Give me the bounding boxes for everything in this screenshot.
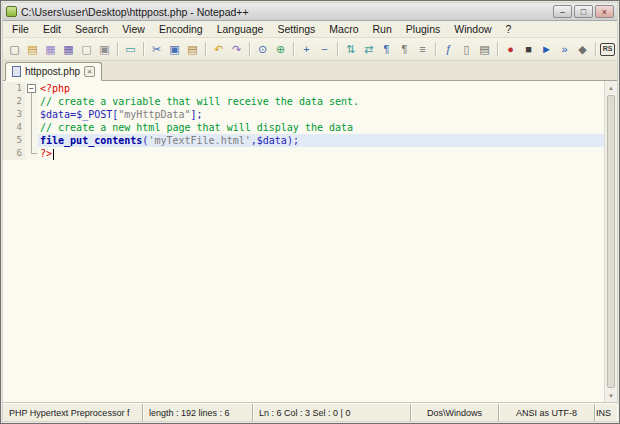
cut-icon[interactable]: ✂ — [148, 41, 165, 58]
show-all-characters-icon[interactable]: ¶ — [396, 41, 413, 58]
token-var: $data — [40, 109, 70, 120]
document-list-icon[interactable]: ▤ — [476, 41, 493, 58]
show-indent-guide-icon[interactable]: ≡ — [414, 41, 431, 58]
notepadpp-window: C:\Users\user\Desktop\httppost.php - Not… — [0, 0, 620, 424]
token-var: $data — [257, 135, 287, 146]
document-map-icon[interactable]: ▯ — [458, 41, 475, 58]
token-func: file_put_contents — [40, 135, 142, 146]
code-text[interactable]: ?> — [38, 147, 604, 160]
line-number[interactable]: 3 — [3, 108, 25, 121]
fold-margin — [25, 108, 38, 121]
tab-label: httppost.php — [25, 66, 80, 77]
save-all-icon[interactable]: ▦ — [60, 41, 77, 58]
paste-icon[interactable]: ▤ — [184, 41, 201, 58]
tab-close-icon[interactable]: × — [84, 66, 95, 77]
token-op: ); — [287, 135, 299, 146]
token-string: 'myTextFile.html' — [148, 135, 250, 146]
toolbar-separator — [337, 42, 338, 56]
scroll-down-icon[interactable]: ▼ — [605, 389, 617, 402]
line-number[interactable]: 4 — [3, 121, 25, 134]
scrollbar-thumb[interactable] — [607, 95, 615, 388]
sync-vertical-scroll-icon[interactable]: ⇅ — [342, 41, 359, 58]
macro-play-icon[interactable]: ► — [538, 41, 555, 58]
status-insert-mode[interactable]: INS — [595, 404, 617, 421]
undo-icon[interactable]: ↶ — [210, 41, 227, 58]
editor-line-2[interactable]: 2// create a variable that will receive … — [3, 95, 604, 108]
menu-encoding[interactable]: Encoding — [152, 22, 210, 36]
status-length-lines: length : 192 lines : 6 — [143, 404, 253, 421]
toolbar-separator — [249, 42, 250, 56]
code-text[interactable]: // create a variable that will receive t… — [38, 95, 604, 108]
editor-line-4[interactable]: 4// create a new html page that will dis… — [3, 121, 604, 134]
line-number[interactable]: 1 — [3, 82, 25, 95]
tab-document-icon — [12, 66, 21, 77]
replace-icon[interactable]: ⊕ — [272, 41, 289, 58]
menu-file[interactable]: File — [5, 22, 36, 36]
menu-window[interactable]: Window — [447, 22, 498, 36]
menu-macro[interactable]: Macro — [322, 22, 365, 36]
status-eol-format[interactable]: Dos\Windows — [411, 404, 499, 421]
macro-save-icon[interactable]: ◆ — [574, 41, 591, 58]
scroll-up-icon[interactable]: ▲ — [605, 81, 617, 94]
open-folder-icon[interactable]: ▤ — [24, 41, 41, 58]
menu-view[interactable]: View — [115, 22, 152, 36]
function-list-icon[interactable]: ƒ — [440, 41, 457, 58]
menu-plugins[interactable]: Plugins — [399, 22, 447, 36]
code-text[interactable]: $data=$_POST["myHttpData"]; — [38, 108, 604, 121]
token-phptag: <?php — [40, 83, 70, 94]
editor-area[interactable]: 1−<?php2// create a variable that will r… — [3, 81, 617, 403]
title-bar[interactable]: C:\Users\user\Desktop\httppost.php - Not… — [3, 3, 617, 21]
fold-margin — [25, 147, 38, 160]
token-op: ]; — [191, 109, 203, 120]
menu-settings[interactable]: Settings — [270, 22, 322, 36]
editor-line-6[interactable]: 6?> — [3, 147, 604, 160]
macro-stop-icon[interactable]: ■ — [520, 41, 537, 58]
plugin-rs-icon[interactable]: RS — [600, 43, 615, 56]
token-string: "myHttpData" — [118, 109, 190, 120]
find-icon[interactable]: ⊙ — [254, 41, 271, 58]
menu-run[interactable]: Run — [366, 22, 399, 36]
fold-margin — [25, 95, 38, 108]
print-icon[interactable]: ▭ — [122, 41, 139, 58]
zoom-out-icon[interactable]: − — [316, 41, 333, 58]
macro-run-multiple-icon[interactable]: » — [556, 41, 573, 58]
status-encoding[interactable]: ANSI as UTF-8 — [499, 404, 595, 421]
token-phptag: ?> — [40, 148, 52, 159]
fold-collapse-icon[interactable]: − — [25, 82, 38, 95]
new-file-icon[interactable]: ▢ — [6, 41, 23, 58]
copy-icon[interactable]: ▣ — [166, 41, 183, 58]
close-button[interactable]: × — [595, 5, 614, 18]
menu-bar: FileEditSearchViewEncodingLanguageSettin… — [3, 21, 617, 38]
vertical-scrollbar[interactable]: ▲ ▼ — [604, 81, 617, 402]
editor-line-1[interactable]: 1−<?php — [3, 82, 604, 95]
editor-line-5[interactable]: 5file_put_contents('myTextFile.html',$da… — [3, 134, 604, 147]
line-number[interactable]: 6 — [3, 147, 25, 160]
line-number[interactable]: 2 — [3, 95, 25, 108]
toolbar-separator — [143, 42, 144, 56]
code-text[interactable]: <?php — [38, 82, 604, 95]
editor-line-3[interactable]: 3$data=$_POST["myHttpData"]; — [3, 108, 604, 121]
tab-httppost-php[interactable]: httppost.php × — [5, 62, 102, 81]
line-number[interactable]: 5 — [3, 134, 25, 147]
menu-edit[interactable]: Edit — [36, 22, 68, 36]
code-text[interactable]: // create a new html page that will disp… — [38, 121, 604, 134]
toolbar-separator — [435, 42, 436, 56]
editor-text-area[interactable]: 1−<?php2// create a variable that will r… — [3, 81, 604, 402]
redo-icon[interactable]: ↷ — [228, 41, 245, 58]
toolbar: ▢▤▦▦▢▣▭✂▣▤↶↷⊙⊕+−⇅⇄¶¶≡ƒ▯▤●■►»◆RS▣ — [3, 38, 617, 61]
save-icon[interactable]: ▦ — [42, 41, 59, 58]
close-all-files-icon[interactable]: ▣ — [96, 41, 113, 58]
menu-language[interactable]: Language — [210, 22, 271, 36]
zoom-in-icon[interactable]: + — [298, 41, 315, 58]
macro-record-icon[interactable]: ● — [502, 41, 519, 58]
fold-margin — [25, 134, 38, 147]
menu-help[interactable]: ? — [499, 22, 519, 36]
code-text[interactable]: file_put_contents('myTextFile.html',$dat… — [38, 134, 604, 147]
close-file-icon[interactable]: ▢ — [78, 41, 95, 58]
plugin-doc-icon[interactable]: ▣ — [616, 41, 617, 58]
menu-search[interactable]: Search — [68, 22, 115, 36]
minimize-button[interactable]: – — [553, 5, 572, 18]
word-wrap-icon[interactable]: ¶ — [378, 41, 395, 58]
sync-horizontal-scroll-icon[interactable]: ⇄ — [360, 41, 377, 58]
maximize-button[interactable]: □ — [574, 5, 593, 18]
